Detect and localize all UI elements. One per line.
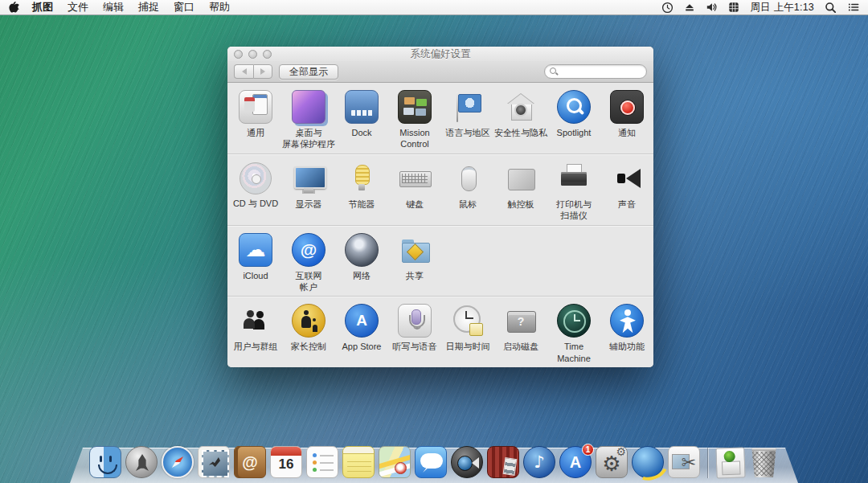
dock-photo-booth[interactable] xyxy=(487,446,519,478)
appstore-icon xyxy=(345,304,379,338)
pref-printers-scanners[interactable]: 打印机与 扫描仪 xyxy=(547,162,600,222)
pref-users-groups[interactable]: 用户与群组 xyxy=(229,304,282,352)
search-input[interactable] xyxy=(559,65,641,78)
cd-icon xyxy=(240,162,272,194)
pref-row-internet: iCloud 互联网 帐户 网络 共享 xyxy=(227,225,653,297)
pref-network[interactable]: 网络 xyxy=(335,233,388,281)
notifications-icon xyxy=(610,90,644,124)
eject-icon[interactable] xyxy=(684,2,695,13)
pref-time-machine[interactable]: Time Machine xyxy=(547,304,600,364)
pref-app-store[interactable]: App Store xyxy=(335,304,388,352)
pref-general[interactable]: 通用 xyxy=(229,90,282,138)
startupdisk-icon xyxy=(504,304,538,338)
dock-downloads-stack[interactable] xyxy=(716,448,745,478)
zoom-button[interactable] xyxy=(263,50,272,59)
pref-dock[interactable]: Dock xyxy=(335,90,388,138)
menu-edit[interactable]: 编辑 xyxy=(103,0,124,14)
pref-label: 声音 xyxy=(618,199,636,210)
dock-globe-browser[interactable] xyxy=(632,446,664,478)
input-method-icon[interactable] xyxy=(728,2,739,13)
downloads-icon xyxy=(715,447,745,478)
menu-file[interactable]: 文件 xyxy=(68,0,88,14)
pref-icloud[interactable]: iCloud xyxy=(229,233,282,281)
dock-app-store[interactable]: 1 xyxy=(559,446,592,478)
pref-trackpad[interactable]: 触控板 xyxy=(494,162,547,210)
pref-keyboard[interactable]: 键盘 xyxy=(388,162,441,210)
window-titlebar[interactable]: 系统偏好设置 xyxy=(227,47,653,61)
menu-app-name[interactable]: 抓图 xyxy=(32,0,53,14)
dock-itunes[interactable] xyxy=(523,446,555,478)
facetime-icon xyxy=(451,446,483,478)
dock-launchpad[interactable] xyxy=(125,446,158,478)
trash-icon xyxy=(751,448,777,477)
close-button[interactable] xyxy=(234,50,243,59)
menu-capture[interactable]: 捕捉 xyxy=(138,0,159,14)
volume-icon[interactable] xyxy=(706,2,718,13)
desktop: 抓图 文件编辑捕捉窗口帮助 周日 上午1:13 xyxy=(0,0,868,483)
search-field[interactable] xyxy=(544,64,647,79)
dock-maps[interactable] xyxy=(379,446,411,478)
pref-sharing[interactable]: 共享 xyxy=(388,233,441,281)
pref-mouse[interactable]: 鼠标 xyxy=(441,162,494,210)
pref-dictation-speech[interactable]: 听写与语音 xyxy=(388,304,441,352)
spotlight-icon[interactable] xyxy=(825,2,837,14)
dock-system-preferences[interactable] xyxy=(596,446,628,478)
launchpad-icon xyxy=(125,446,158,478)
pref-cd-dvd[interactable]: CD 与 DVD xyxy=(229,162,282,209)
mission-control-icon xyxy=(398,90,432,124)
trackpad-icon xyxy=(504,162,538,195)
spotlight-icon xyxy=(557,90,591,124)
pref-notifications[interactable]: 通知 xyxy=(600,90,653,138)
general-icon xyxy=(239,90,272,124)
menu-bar-left: 抓图 文件编辑捕捉窗口帮助 xyxy=(8,0,244,14)
pref-energy-saver[interactable]: 节能器 xyxy=(335,162,388,210)
pref-row-hardware: CD 与 DVD 显示器 节能器 键盘 鼠标 xyxy=(227,153,653,225)
pref-row-personal: 通用 桌面与 屏幕保护程序 Dock Mission Control 语言与地区 xyxy=(227,83,653,153)
pref-language-region[interactable]: 语言与地区 xyxy=(441,90,494,138)
pref-label: 家长控制 xyxy=(291,341,326,352)
dock-notes[interactable] xyxy=(342,446,375,478)
dock-grab[interactable] xyxy=(668,446,700,478)
pref-spotlight[interactable]: Spotlight xyxy=(547,90,600,138)
dock-trash[interactable] xyxy=(749,448,779,478)
globe-browser-icon xyxy=(632,446,664,478)
pref-displays[interactable]: 显示器 xyxy=(282,162,335,210)
minimize-button[interactable] xyxy=(248,50,257,59)
back-button[interactable] xyxy=(234,64,253,79)
pref-accessibility[interactable]: 辅助功能 xyxy=(600,304,653,352)
pref-parental-controls[interactable]: 家长控制 xyxy=(282,304,335,352)
sound-icon xyxy=(610,162,644,195)
safari-icon xyxy=(162,446,194,478)
menu-clock[interactable]: 周日 上午1:13 xyxy=(750,1,814,14)
pref-internet-accounts[interactable]: 互联网 帐户 xyxy=(282,233,335,293)
dock-finder[interactable] xyxy=(89,446,121,478)
dock-mail[interactable] xyxy=(198,446,230,478)
menu-window[interactable]: 窗口 xyxy=(174,0,194,14)
pref-sound[interactable]: 声音 xyxy=(600,162,653,210)
pref-security-privacy[interactable]: 安全性与隐私 xyxy=(494,90,547,138)
show-all-button[interactable]: 全部显示 xyxy=(279,64,338,80)
dock-messages[interactable] xyxy=(415,446,447,478)
pref-row-system: 用户与群组 家长控制 App Store 听写与语音 日期与时间 xyxy=(227,296,653,367)
pref-startup-disk[interactable]: 启动磁盘 xyxy=(494,304,547,352)
displays-icon xyxy=(292,162,326,195)
dock-contacts[interactable] xyxy=(234,446,266,478)
window-title: 系统偏好设置 xyxy=(411,47,471,61)
apple-menu-icon[interactable] xyxy=(8,1,19,14)
pref-desktop-screensaver[interactable]: 桌面与 屏幕保护程序 xyxy=(282,90,335,150)
dock-safari[interactable] xyxy=(162,446,194,478)
time-machine-icon[interactable] xyxy=(661,2,674,14)
pref-label: 听写与语音 xyxy=(393,341,437,352)
dock-calendar[interactable]: 16 xyxy=(270,446,302,478)
pref-date-time[interactable]: 日期与时间 xyxy=(441,304,494,352)
dock-reminders[interactable] xyxy=(306,446,338,478)
desktop-icon xyxy=(292,90,326,124)
menu-help[interactable]: 帮助 xyxy=(209,0,230,14)
mouse-icon xyxy=(451,162,485,195)
users-icon xyxy=(239,304,272,338)
dock-facetime[interactable] xyxy=(451,446,483,478)
notification-center-icon[interactable] xyxy=(847,2,860,13)
forward-button[interactable] xyxy=(253,64,272,79)
pref-mission-control[interactable]: Mission Control xyxy=(388,90,441,150)
window-toolbar: 全部显示 xyxy=(227,61,653,83)
